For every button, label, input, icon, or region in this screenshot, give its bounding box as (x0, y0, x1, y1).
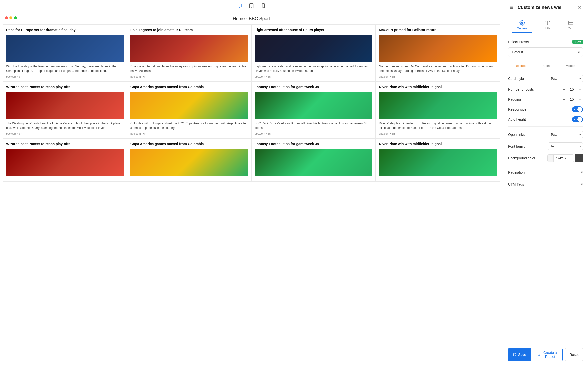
svg-rect-14 (569, 21, 573, 25)
tablet-icon[interactable] (248, 2, 256, 10)
padding-row: Padding − 15 + (508, 96, 583, 102)
create-preset-label: Create a Preset (542, 351, 558, 359)
save-icon (513, 353, 517, 356)
color-value-input[interactable] (554, 155, 574, 162)
number-of-posts-increment[interactable]: + (577, 86, 583, 92)
news-card-title: River Plate win with midfielder in goal (379, 85, 497, 89)
sidebar-content: Select Preset NEW Default Custom ▾ Deskt… (503, 36, 588, 344)
device-tab-desktop[interactable]: Desktop (508, 62, 533, 70)
news-card-meta: bbc.com • 6h (255, 75, 372, 78)
news-card-image (379, 149, 497, 176)
news-card-title: Eight arrested after abuse of Spurs play… (255, 28, 372, 32)
news-card-title: Folau agrees to join amateur RL team (130, 28, 248, 32)
number-of-posts-decrement[interactable]: − (561, 86, 567, 92)
news-card-image (255, 35, 372, 62)
news-card[interactable]: Wizards beat Pacers to reach play-offs (3, 138, 127, 182)
news-card-text: BBC Radio 5 Live's Alistair Bruce-Ball g… (255, 121, 372, 130)
save-label: Save (518, 353, 526, 357)
utm-tags-row[interactable]: UTM Tags ▾ (508, 178, 583, 190)
news-card[interactable]: McCourt primed for Bellator return North… (376, 24, 500, 82)
font-family-row: Font family Text Arial Georgia ▾ (508, 142, 583, 150)
padding-value: 15 (570, 98, 574, 102)
news-card-title: River Plate win with midfielder in goal (379, 142, 497, 146)
news-card[interactable]: Folau agrees to join amateur RL team Dua… (127, 24, 252, 82)
auto-height-row: Auto height ✓ (508, 116, 583, 122)
open-links-row: Open links Text New Tab Same Tab ▾ (508, 131, 583, 138)
news-card[interactable]: Eight arrested after abuse of Spurs play… (252, 24, 376, 82)
news-card[interactable]: Fantasy Football tips for gameweek 38 BB… (252, 82, 376, 138)
sidebar-tab-bar: General Title Card (503, 15, 588, 36)
padding-label: Padding (508, 98, 521, 102)
news-card-meta: bbc.com • 6h (379, 75, 497, 78)
pagination-row[interactable]: Pagination ▾ (508, 166, 583, 178)
padding-decrement[interactable]: − (561, 96, 567, 102)
divider-1 (508, 126, 583, 127)
news-grid: Race for Europe set for dramatic final d… (0, 24, 503, 185)
font-family-select[interactable]: Text Arial Georgia (548, 142, 583, 150)
reset-label: Reset (570, 353, 579, 357)
news-card-title: Copa America games moved from Colombia (130, 85, 248, 89)
sidebar-footer: Save Create a Preset Reset (503, 344, 588, 365)
preset-select-wrapper: Default Custom ▾ (508, 48, 583, 57)
responsive-toggle[interactable]: ✓ (572, 106, 583, 112)
news-card[interactable]: Fantasy Football tips for gameweek 38 (252, 138, 376, 182)
news-card-image (379, 92, 497, 119)
mobile-icon[interactable] (260, 2, 268, 10)
create-preset-icon (538, 353, 540, 356)
device-tab-mobile[interactable]: Mobile (558, 62, 583, 70)
save-button[interactable]: Save (508, 348, 531, 362)
open-links-select[interactable]: Text New Tab Same Tab (548, 131, 583, 138)
collapse-button[interactable] (508, 4, 515, 11)
news-card-meta: bbc.com • 6h (255, 132, 372, 135)
news-card-title: Race for Europe set for dramatic final d… (6, 28, 124, 32)
preset-select[interactable]: Default Custom (508, 48, 583, 57)
news-card-image (6, 149, 124, 176)
traffic-light-green[interactable] (14, 16, 17, 20)
news-card-title: Fantasy Football tips for gameweek 38 (255, 85, 372, 89)
sidebar-title: Customize news wall (518, 5, 563, 10)
traffic-light-yellow[interactable] (10, 16, 12, 20)
news-card-image (255, 92, 372, 119)
tab-title[interactable]: Title (540, 18, 556, 33)
desktop-icon[interactable] (236, 2, 244, 10)
pagination-label: Pagination (508, 170, 525, 174)
color-swatch[interactable] (575, 154, 583, 162)
create-preset-button[interactable]: Create a Preset (534, 348, 563, 362)
background-color-row: Background color # (508, 154, 583, 162)
card-style-select[interactable]: Text Image Full (548, 75, 583, 82)
content-area: Home - BBC Sport Race for Europe set for… (0, 12, 503, 365)
news-card[interactable]: Wizards beat Pacers to reach play-offs T… (3, 82, 127, 138)
card-style-label: Card style (508, 77, 524, 81)
news-card-title: Fantasy Football tips for gameweek 38 (255, 142, 372, 146)
number-of-posts-label: Number of posts (508, 88, 534, 92)
padding-increment[interactable]: + (577, 96, 583, 102)
svg-point-11 (522, 22, 523, 24)
news-card-text: Northern Ireland's Leah McCourt makes he… (379, 64, 497, 73)
tab-general[interactable]: General (512, 18, 533, 33)
news-card[interactable]: Copa America games moved from Colombia C… (127, 82, 252, 138)
reset-button[interactable]: Reset (565, 348, 583, 362)
number-of-posts-row: Number of posts − 15 + (508, 86, 583, 92)
auto-height-toggle[interactable]: ✓ (572, 116, 583, 122)
background-color-label: Background color (508, 156, 536, 160)
traffic-light-red[interactable] (5, 16, 8, 20)
utm-tags-chevron: ▾ (581, 182, 583, 187)
news-card-image (130, 35, 248, 62)
news-card[interactable]: River Plate win with midfielder in goal … (376, 82, 500, 138)
news-card-text: The Washington Wizards beat the Indiana … (6, 121, 124, 130)
news-card-title: McCourt primed for Bellator return (379, 28, 497, 32)
news-card-meta: bbc.com • 6h (130, 132, 248, 135)
news-card-image (6, 35, 124, 62)
tab-card[interactable]: Card (563, 18, 579, 33)
news-card-text: Eight men are arrested and released unde… (255, 64, 372, 73)
traffic-lights (2, 14, 20, 22)
news-card[interactable]: Copa America games moved from Colombia (127, 138, 252, 182)
news-card-title: Wizards beat Pacers to reach play-offs (6, 142, 124, 146)
preset-row: Select Preset NEW (508, 40, 583, 44)
news-card[interactable]: Race for Europe set for dramatic final d… (3, 24, 127, 82)
news-card-image (130, 149, 248, 176)
device-tab-tablet[interactable]: Tablet (533, 62, 558, 70)
news-card[interactable]: River Plate win with midfielder in goal (376, 138, 500, 182)
color-hash: # (548, 155, 554, 162)
close-button[interactable]: ✕ (576, 4, 583, 11)
